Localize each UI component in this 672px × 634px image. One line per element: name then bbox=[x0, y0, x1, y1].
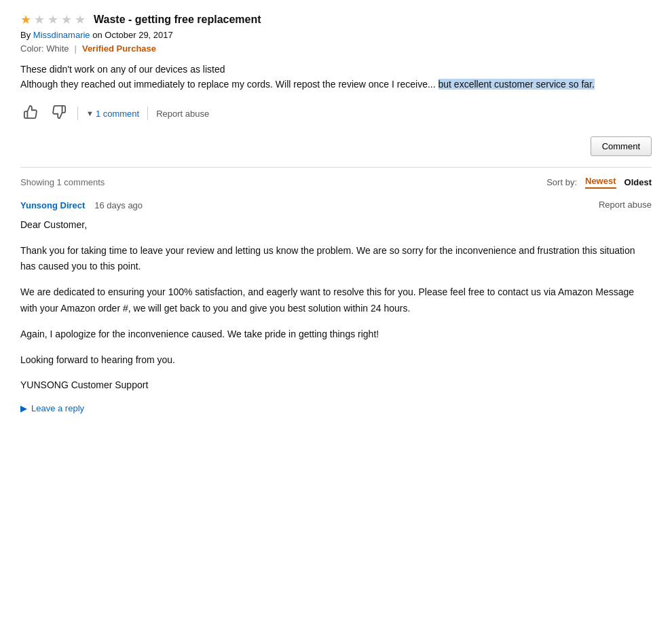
review-body-line2-start: Although they reached out immediately to… bbox=[20, 79, 438, 90]
comment-para-3: We are dedicated to ensuring your 100% s… bbox=[20, 284, 652, 317]
leave-reply-link[interactable]: Leave a reply bbox=[31, 403, 84, 413]
review-body-line2-highlighted: but excellent customer service so far. bbox=[438, 79, 595, 90]
sort-newest[interactable]: Newest bbox=[585, 176, 616, 189]
review-author[interactable]: Missdinamarie bbox=[33, 30, 90, 40]
review-body-line1: These didn't work on any of our devices … bbox=[20, 64, 225, 75]
review-actions: ▼ 1 comment Report abuse bbox=[20, 102, 652, 126]
comment-body: Dear Customer, Thank you for taking time… bbox=[20, 217, 652, 394]
star-3: ★ bbox=[48, 14, 60, 26]
chevron-right-icon: ▶ bbox=[20, 403, 27, 413]
comment-report-link[interactable]: Report abuse bbox=[599, 200, 652, 210]
star-rating: ★ ★ ★ ★ ★ bbox=[20, 14, 87, 26]
review-body: These didn't work on any of our devices … bbox=[20, 62, 652, 92]
review-meta: By Missdinamarie on October 29, 2017 bbox=[20, 30, 652, 40]
action-divider-2 bbox=[147, 107, 148, 120]
comment-count-text: 1 comment bbox=[96, 109, 139, 119]
star-5: ★ bbox=[75, 14, 87, 26]
verified-purchase: Verified Purchase bbox=[82, 43, 156, 54]
meta-by: By bbox=[20, 30, 31, 40]
comment-block: Yunsong Direct 16 days ago Report abuse … bbox=[20, 200, 652, 413]
comment-time: 16 days ago bbox=[94, 200, 143, 210]
comment-button[interactable]: Comment bbox=[591, 136, 652, 156]
comment-para-2: Thank you for taking time to leave your … bbox=[20, 243, 652, 276]
meta-on: on October 29, 2017 bbox=[92, 30, 173, 40]
thumbs-down-button[interactable] bbox=[49, 102, 69, 126]
thumbs-up-icon bbox=[23, 105, 38, 123]
star-1: ★ bbox=[20, 14, 33, 26]
review-color-line: Color: White | Verified Purchase bbox=[20, 43, 652, 54]
comment-author-line: Yunsong Direct 16 days ago Report abuse bbox=[20, 200, 652, 210]
review-title-text: Waste - getting free replacement bbox=[94, 14, 261, 26]
showing-comments-text: Showing 1 comments bbox=[20, 177, 105, 187]
leave-reply-row: ▶ Leave a reply bbox=[20, 403, 652, 413]
comment-author-time: Yunsong Direct 16 days ago bbox=[20, 200, 143, 210]
sort-by-label: Sort by: bbox=[546, 177, 577, 187]
review-title-row: ★ ★ ★ ★ ★ Waste - getting free replaceme… bbox=[20, 14, 652, 26]
pipe-separator: | bbox=[75, 43, 77, 54]
star-2: ★ bbox=[34, 14, 46, 26]
sort-oldest[interactable]: Oldest bbox=[624, 177, 652, 187]
report-abuse-link[interactable]: Report abuse bbox=[156, 109, 209, 119]
comment-para-6: YUNSONG Customer Support bbox=[20, 377, 652, 394]
comment-para-1: Dear Customer, bbox=[20, 217, 652, 234]
thumbs-down-icon bbox=[52, 105, 67, 123]
comments-header: Showing 1 comments Sort by: Newest Oldes… bbox=[20, 167, 652, 189]
comment-count-link[interactable]: ▼ 1 comment bbox=[86, 109, 139, 119]
color-label: Color: White bbox=[20, 43, 69, 54]
chevron-down-icon: ▼ bbox=[86, 109, 94, 117]
comment-para-4: Again, I apologize for the inconvenience… bbox=[20, 327, 652, 343]
thumbs-up-button[interactable] bbox=[20, 102, 41, 126]
star-4: ★ bbox=[61, 14, 73, 26]
comment-para-5: Looking forward to hearing from you. bbox=[20, 352, 652, 369]
action-divider bbox=[77, 107, 78, 120]
comment-author-link[interactable]: Yunsong Direct bbox=[20, 200, 85, 210]
sort-by-row: Sort by: Newest Oldest bbox=[546, 176, 652, 189]
comment-btn-row: Comment bbox=[20, 136, 652, 156]
